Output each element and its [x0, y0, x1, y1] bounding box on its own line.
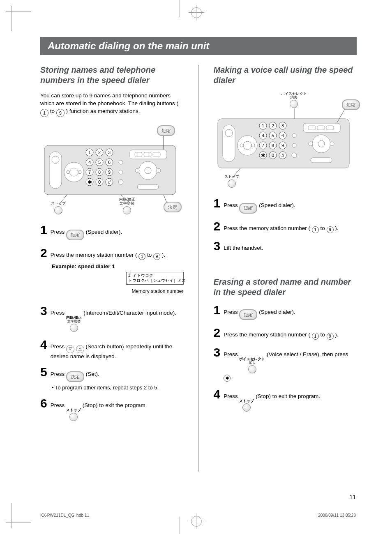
intercom-label-diagram: 内線/修正 文字切替 [119, 198, 135, 214]
svg-text:#: # [281, 153, 284, 159]
key-9-icon: 9 [327, 333, 334, 340]
svg-text:7: 7 [88, 170, 91, 175]
svg-text:9: 9 [108, 170, 111, 175]
intro-text: You can store up to 9 names and telephon… [40, 92, 184, 117]
page-number: 11 [349, 494, 356, 500]
section-header-bar: Automatic dialing on the main unit [40, 37, 357, 55]
voice-call-heading: Making a voice call using the speed dial… [214, 65, 357, 85]
crop-mark [180, 517, 180, 534]
stop-label-diagram-right: ストップ [224, 174, 239, 188]
key-9-icon: 9 [327, 226, 334, 233]
set-oval-inline: 決定 [66, 371, 84, 382]
svg-rect-48 [223, 125, 235, 162]
svg-text:3: 3 [281, 123, 284, 128]
key-9-icon: 9 [153, 253, 160, 260]
rightB-step-2: 2 Press the memory station number ( 1 to… [214, 327, 357, 340]
svg-point-41 [157, 168, 161, 173]
step5-bullet: • To program other items, repeat steps 2… [52, 384, 184, 391]
print-footer-file: KX-PW211DL_QG.indb 11 [40, 513, 89, 518]
svg-text:2: 2 [98, 150, 101, 155]
svg-rect-35 [135, 152, 142, 157]
svg-text:7: 7 [261, 143, 264, 148]
crop-mark [12, 6, 12, 31]
speed-dialer-oval-label: 短縮 [342, 99, 360, 110]
column-separator [198, 65, 199, 472]
svg-rect-42 [137, 184, 159, 189]
stop-label-diagram: ストップ [51, 201, 66, 214]
svg-rect-83 [317, 126, 325, 130]
svg-text:6: 6 [108, 160, 111, 165]
svg-text:8: 8 [271, 143, 274, 148]
left-column: Storing names and telephone numbers in t… [40, 62, 184, 472]
rightB-step-3: 3 Press ボイスセレクト 消去 (Voice select / Erase… [214, 347, 357, 382]
voice-erase-icon: ボイスセレクト 消去 [239, 357, 265, 373]
svg-point-88 [330, 142, 334, 146]
svg-point-87 [309, 142, 313, 146]
print-footer-timestamp: 2008/09/11 13:05:28 [318, 513, 356, 518]
erasing-heading: Erasing a stored name and number in the … [214, 277, 357, 297]
storing-heading: Storing names and telephone numbers in t… [40, 65, 184, 85]
right-column: Making a voice call using the speed dial… [214, 62, 357, 472]
svg-point-32 [119, 170, 123, 174]
stop-icon [228, 180, 236, 188]
stop-button-icon: ストップ [239, 399, 254, 412]
svg-text:0: 0 [98, 180, 101, 184]
key-1-icon: 1 [138, 253, 145, 260]
svg-point-79 [292, 143, 296, 147]
left-step-1: 1 Press 短縮 (Speed dialer). [40, 225, 184, 240]
svg-text:9: 9 [281, 143, 284, 148]
svg-rect-82 [308, 126, 316, 130]
intercom-icon [123, 206, 131, 214]
svg-text:5: 5 [98, 160, 101, 165]
svg-point-33 [118, 180, 123, 184]
voice-erase-label-diagram: ボイスセレクト 消去 [281, 92, 307, 108]
crop-mark [180, 0, 180, 17]
speed-dialer-oval-label: 短縮 [157, 125, 175, 136]
left-step-3: 3 Press 内線/修正 文字切替 (Intercom/Edit/Charac… [40, 306, 184, 332]
rightA-step-3: 3 Lift the handset. [214, 241, 357, 252]
example-label: Example: speed dialer 1 [52, 263, 184, 269]
rightA-step-2: 2 Press the memory station number ( 1 to… [214, 221, 357, 233]
svg-point-52 [240, 144, 243, 147]
key-star-icon: ✱ [224, 375, 231, 382]
svg-point-40 [135, 168, 139, 173]
svg-text:1: 1 [88, 150, 91, 155]
svg-text:0: 0 [271, 153, 274, 158]
set-oval-label: 決定 [164, 202, 182, 212]
crop-mark [12, 503, 12, 528]
left-step-4: 4 Press ▽ △ (Search button) repeatedly u… [40, 339, 184, 359]
memory-station-caption: Memory station number [131, 288, 183, 294]
svg-text:✱: ✱ [88, 179, 92, 185]
svg-rect-89 [311, 158, 332, 163]
svg-rect-84 [326, 126, 334, 130]
speed-dialer-oval-inline: 短縮 [66, 230, 84, 240]
stop-button-icon: ストップ [66, 408, 81, 421]
svg-point-78 [292, 134, 296, 138]
svg-text:4: 4 [88, 160, 91, 165]
svg-point-31 [119, 160, 123, 164]
svg-rect-37 [153, 152, 160, 157]
stop-icon [54, 206, 62, 214]
rightA-step-1: 1 Press 短縮 (Speed dialer). [214, 198, 357, 214]
svg-text:#: # [108, 180, 111, 185]
rightB-step-4: 4 Press ストップ (Stop) to exit the program. [214, 389, 357, 412]
up-icon: △ [76, 345, 84, 353]
left-step-6: 6 Press ストップ (Stop) to exit the program. [40, 398, 184, 421]
device-diagram-right: 1 2 3 4 5 6 7 8 9 ✱ 0 # [214, 92, 357, 191]
svg-point-80 [292, 153, 297, 158]
left-step-5: 5 Press 決定 (Set). [40, 367, 184, 382]
left-step-2: 2 Press the memory station number ( 1 to… [40, 248, 184, 260]
svg-text:✱: ✱ [261, 152, 265, 159]
key-1-icon: 1 [312, 333, 319, 340]
intercom-edit-icon: 内線/修正 文字切替 [66, 316, 82, 332]
svg-point-39 [145, 167, 151, 174]
svg-text:3: 3 [108, 150, 111, 155]
key-1-icon: 1 [312, 226, 319, 233]
rightB-step-1: 1 Press 短縮 (Speed dialer). [214, 305, 357, 320]
svg-text:4: 4 [261, 133, 264, 138]
svg-rect-36 [144, 152, 151, 157]
speed-dialer-oval-inline: 短縮 [239, 203, 257, 214]
lcd-display: 1. ミトウロク トウロクハ［シュウセイ］オス [126, 272, 184, 285]
svg-text:1: 1 [261, 123, 264, 128]
svg-point-53 [251, 144, 255, 147]
